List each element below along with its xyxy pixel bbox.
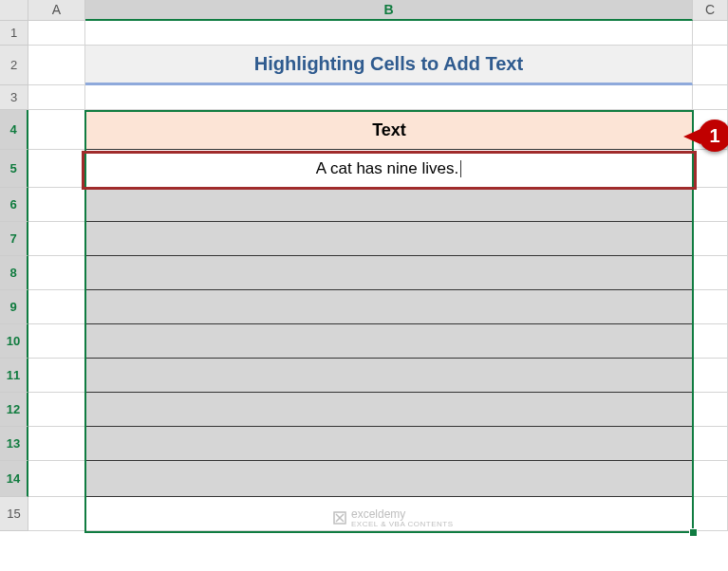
row-header-11[interactable]: 11 (0, 359, 28, 393)
row-3: 3 (0, 85, 728, 110)
cell-C12[interactable] (693, 393, 728, 427)
cell-B3[interactable] (85, 85, 693, 110)
title-text: Highlighting Cells to Add Text (254, 53, 523, 75)
col-header-A[interactable]: A (28, 0, 85, 21)
cell-C7[interactable] (693, 222, 728, 256)
row-header-10[interactable]: 10 (0, 324, 28, 359)
row-12: 12 (0, 393, 728, 427)
cell-C15[interactable] (693, 497, 728, 531)
row-6: 6 (0, 188, 728, 222)
cell-B12[interactable] (85, 393, 693, 427)
cell-B8[interactable] (85, 256, 693, 290)
text-cursor (460, 160, 461, 177)
row-5: 5 A cat has nine lives. (0, 150, 728, 188)
fill-handle[interactable] (689, 528, 698, 537)
column-headers-row: A B C (0, 0, 728, 21)
row-2: 2 Highlighting Cells to Add Text (0, 46, 728, 85)
row-header-15[interactable]: 15 (0, 497, 28, 531)
cell-A9[interactable] (28, 290, 85, 324)
row-13: 13 (0, 427, 728, 461)
row-header-4[interactable]: 4 (0, 110, 28, 150)
cell-B10[interactable] (85, 324, 693, 359)
cell-A2[interactable] (28, 46, 85, 85)
cell-A15[interactable] (28, 497, 85, 531)
row-14: 14 (0, 461, 728, 497)
cell-A12[interactable] (28, 393, 85, 427)
cell-B9[interactable] (85, 290, 693, 324)
row-8: 8 (0, 256, 728, 290)
row-header-3[interactable]: 3 (0, 85, 28, 110)
cell-C6[interactable] (693, 188, 728, 222)
row-header-2[interactable]: 2 (0, 46, 28, 85)
cell-B15[interactable] (85, 497, 693, 531)
cell-A1[interactable] (28, 21, 85, 46)
row-15: 15 (0, 497, 728, 531)
row-header-1[interactable]: 1 (0, 21, 28, 46)
row-7: 7 (0, 222, 728, 256)
edit-text: A cat has nine lives. (316, 159, 458, 178)
callout-number: 1 (709, 125, 719, 147)
cell-A13[interactable] (28, 427, 85, 461)
cell-C9[interactable] (693, 290, 728, 324)
row-header-12[interactable]: 12 (0, 393, 28, 427)
cell-B14[interactable] (85, 461, 693, 497)
row-header-5[interactable]: 5 (0, 150, 28, 188)
cell-C5[interactable] (693, 150, 728, 188)
cell-C3[interactable] (693, 85, 728, 110)
row-1: 1 (0, 21, 728, 46)
cell-B13[interactable] (85, 427, 693, 461)
active-edit-cell[interactable]: A cat has nine lives. (85, 150, 693, 188)
col-header-C[interactable]: C (693, 0, 728, 21)
cell-A14[interactable] (28, 461, 85, 497)
cell-A4[interactable] (28, 110, 85, 150)
table-header-text: Text (372, 120, 406, 140)
cell-B11[interactable] (85, 359, 693, 393)
cell-A6[interactable] (28, 188, 85, 222)
cell-B6[interactable] (85, 188, 693, 222)
cell-A11[interactable] (28, 359, 85, 393)
row-header-13[interactable]: 13 (0, 427, 28, 461)
row-header-9[interactable]: 9 (0, 290, 28, 324)
row-11: 11 (0, 359, 728, 393)
cell-A10[interactable] (28, 324, 85, 359)
cell-C10[interactable] (693, 324, 728, 359)
cell-C14[interactable] (693, 461, 728, 497)
cell-A5[interactable] (28, 150, 85, 188)
row-header-6[interactable]: 6 (0, 188, 28, 222)
row-header-8[interactable]: 8 (0, 256, 28, 290)
table-header-cell[interactable]: Text (85, 110, 693, 150)
cell-B7[interactable] (85, 222, 693, 256)
row-header-7[interactable]: 7 (0, 222, 28, 256)
row-4: 4 Text (0, 110, 728, 150)
cell-C13[interactable] (693, 427, 728, 461)
cell-A3[interactable] (28, 85, 85, 110)
row-10: 10 (0, 324, 728, 359)
spreadsheet: A B C 1 2 Highlighting Cells to Add Text… (0, 0, 728, 571)
row-header-14[interactable]: 14 (0, 461, 28, 497)
cell-B1[interactable] (85, 21, 693, 46)
cell-A8[interactable] (28, 256, 85, 290)
cell-C2[interactable] (693, 46, 728, 85)
cell-C11[interactable] (693, 359, 728, 393)
row-9: 9 (0, 290, 728, 324)
cell-A7[interactable] (28, 222, 85, 256)
cell-C8[interactable] (693, 256, 728, 290)
select-all-corner[interactable] (0, 0, 28, 21)
title-cell[interactable]: Highlighting Cells to Add Text (85, 46, 693, 85)
step-callout: 1 (699, 120, 728, 152)
cell-C1[interactable] (693, 21, 728, 46)
col-header-B[interactable]: B (85, 0, 693, 21)
